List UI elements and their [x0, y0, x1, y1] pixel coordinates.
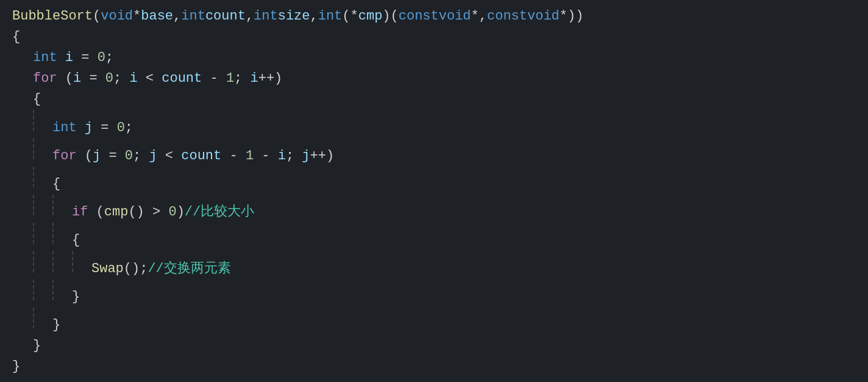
code-line-brace-for-i-close: }	[12, 336, 856, 356]
brace-open-main: {	[12, 27, 20, 48]
comma-4: ,	[479, 6, 487, 27]
for-i-0: 0	[105, 68, 113, 89]
func-cmp: cmp	[104, 202, 129, 223]
code-line-for-i: for (i = 0; i < count - 1; i++)	[12, 68, 856, 89]
open-paren: (	[93, 6, 101, 27]
code-line-brace-open: {	[12, 27, 856, 48]
code-editor: BubbleSort(void* base, int count, int si…	[0, 0, 868, 382]
for-j-inc: ++)	[310, 146, 335, 167]
for-i-assign: =	[81, 68, 105, 89]
code-line-brace-if: {	[12, 223, 856, 251]
if-paren-close: )	[177, 202, 185, 223]
num-0-i: 0	[98, 48, 105, 68]
param-type-1: void	[101, 6, 133, 27]
guide-6	[33, 223, 34, 243]
param-cmp: cmp	[358, 6, 383, 27]
open-paren-3: (	[391, 6, 399, 27]
comma-1: ,	[173, 6, 181, 27]
guide-13	[33, 308, 34, 328]
for-semi1: ;	[113, 68, 121, 89]
for-j-minus1: -	[221, 146, 246, 167]
for-j-var3: j	[302, 146, 310, 167]
keyword-for-i: for	[33, 68, 57, 89]
sp8	[294, 146, 302, 167]
for-j-paren-open: (	[85, 146, 93, 167]
cmp-paren: ()	[128, 202, 144, 223]
param-type-5: const	[399, 6, 439, 27]
for-j-var: j	[93, 146, 101, 167]
brace-if-close: }	[72, 287, 80, 308]
for-count: count	[162, 68, 202, 89]
guide-9	[52, 251, 54, 272]
code-line-brace-for-j-close: }	[12, 308, 856, 336]
space2	[57, 68, 65, 89]
code-line-for-j: for (j = 0; j < count - 1 - i; j++)	[12, 139, 856, 167]
assign-i: =	[73, 48, 98, 68]
function-name: BubbleSort	[12, 6, 93, 27]
for-j-0: 0	[125, 146, 133, 167]
guide-1	[33, 110, 34, 131]
comment-swap: //交换两元素	[148, 259, 230, 279]
for-j-1: 1	[246, 146, 254, 167]
guide-8	[33, 251, 34, 272]
sp3	[121, 68, 129, 89]
ptr-2: *	[350, 6, 358, 27]
keyword-int-j: int	[52, 118, 77, 139]
for-j-lt: <	[157, 146, 182, 167]
param-type-6: const	[487, 6, 527, 27]
var-j: j	[85, 118, 93, 139]
swap-paren: ();	[124, 259, 148, 279]
guide-10	[72, 251, 73, 272]
code-line-brace-if-close: }	[12, 279, 856, 308]
guide-7	[52, 223, 54, 243]
keyword-for-j: for	[52, 146, 77, 167]
ptr-3: *	[471, 6, 479, 27]
space	[57, 48, 65, 68]
code-line-header: BubbleSort(void* base, int count, int si…	[12, 6, 856, 27]
comma-2: ,	[246, 6, 254, 27]
keyword-if: if	[72, 202, 88, 223]
for-j-var2: j	[149, 146, 157, 167]
param-type-4: int	[318, 6, 343, 27]
sp9	[88, 202, 96, 223]
assign-j: =	[93, 118, 117, 139]
sp4	[242, 68, 250, 89]
param-count: count	[205, 6, 246, 27]
guide-12	[52, 279, 54, 300]
for-j-semi1: ;	[133, 146, 141, 167]
param-type-5b: void	[439, 6, 471, 27]
for-i-var3: i	[250, 68, 258, 89]
if-0: 0	[168, 202, 176, 223]
for-j-minus2: -	[254, 146, 278, 167]
for-i-var: i	[73, 68, 81, 89]
num-0-j: 0	[117, 118, 125, 139]
code-line-int-j: int j = 0;	[12, 110, 856, 138]
param-type-6b: void	[527, 6, 560, 27]
func-swap: Swap	[91, 259, 124, 279]
for-j-i: i	[278, 146, 286, 167]
code-line-swap: Swap();//交换两元素	[12, 251, 856, 279]
ptr-1: *	[133, 6, 141, 27]
guide-11	[33, 279, 34, 300]
brace-for-i-close: }	[33, 336, 41, 356]
semi-j: ;	[125, 118, 133, 139]
var-i: i	[65, 48, 73, 68]
code-line-if: if (cmp() > 0)//比较大小	[12, 195, 856, 223]
comma-3: ,	[310, 6, 318, 27]
code-line-brace-main-close: }	[12, 356, 856, 377]
code-line-brace-for-i: {	[12, 89, 856, 110]
semi-i: ;	[105, 48, 113, 68]
brace-for-i-open: {	[33, 89, 41, 110]
for-1: 1	[226, 68, 234, 89]
code-line-int-i: int i = 0;	[12, 48, 856, 68]
for-inc: ++)	[258, 68, 283, 89]
if-paren-open: (	[96, 202, 104, 223]
sp6	[77, 146, 85, 167]
close-paren-2: )	[382, 6, 390, 27]
for-i-var2: i	[129, 68, 137, 89]
brace-if-open: {	[72, 230, 80, 251]
brace-for-j-close: }	[52, 315, 60, 336]
if-gt: >	[144, 202, 169, 223]
for-j-semi2: ;	[286, 146, 294, 167]
brace-for-j-open: {	[52, 174, 60, 195]
